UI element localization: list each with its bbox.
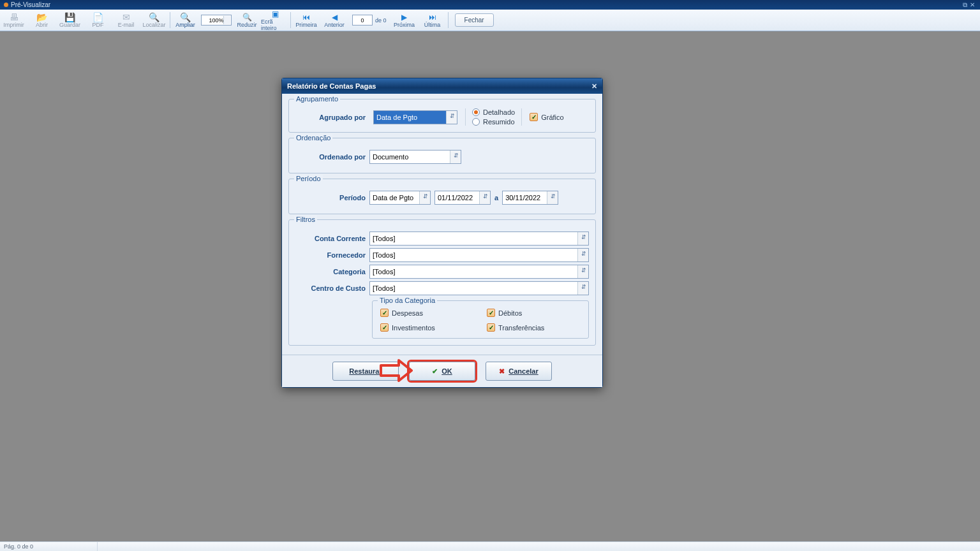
value-periodo-campo: Data de Pgto <box>373 194 413 202</box>
radio-resumido[interactable]: Resumido <box>472 118 515 126</box>
app-icon <box>4 3 8 7</box>
value-conta-corrente: [Todos] <box>373 235 395 242</box>
save-label: Guardar <box>59 22 80 28</box>
label-fornecedor: Fornecedor <box>295 251 366 259</box>
dialog-footer: Restaurar ✔ OK ✖ Cancelar <box>282 355 602 387</box>
current-page-value: 0 <box>360 17 364 24</box>
check-investimentos-label: Investimentos <box>392 324 435 332</box>
toolbar-separator <box>290 12 291 28</box>
check-grafico[interactable]: Gráfico <box>530 113 563 121</box>
fullscreen-label: Ecrã inteiro <box>261 18 289 31</box>
radio-detalhado-label: Detalhado <box>483 108 515 116</box>
check-despesas-label: Despesas <box>392 309 423 317</box>
group-filtros: Filtros Conta Corrente [Todos] Fornecedo… <box>288 219 596 346</box>
radio-resumido-label: Resumido <box>483 118 515 126</box>
ok-label: OK <box>442 367 452 375</box>
prev-page-button[interactable]: ◀ Anterior <box>320 10 348 31</box>
check-on-icon <box>380 309 389 317</box>
input-data-fim[interactable]: 30/11/2022 <box>502 191 558 205</box>
first-label: Primeira <box>295 22 317 28</box>
fullscreen-button[interactable]: ▣ Ecrã inteiro <box>261 10 289 31</box>
group-periodo: Período Período Data de Pgto 01/11/2022 … <box>288 179 596 214</box>
value-data-inicio: 01/11/2022 <box>438 194 473 202</box>
print-button[interactable]: 🖶 Imprimir <box>0 10 28 31</box>
save-button[interactable]: 💾 Guardar <box>56 10 84 31</box>
check-icon: ✔ <box>432 367 438 376</box>
value-fornecedor: [Todos] <box>373 251 395 259</box>
close-button[interactable]: Fechar <box>455 13 494 27</box>
pdf-icon: 📄 <box>93 13 103 22</box>
legend-tipo-categoria: Tipo da Categoria <box>378 297 437 304</box>
label-ordenado-por: Ordenado por <box>295 153 366 161</box>
check-grafico-label: Gráfico <box>541 114 563 121</box>
zoom-in-button[interactable]: 🔍 Ampliar <box>172 10 200 31</box>
last-label: Última <box>424 22 441 28</box>
radio-mark-off-icon <box>472 118 480 126</box>
select-categoria[interactable]: [Todos] <box>369 265 589 279</box>
zoom-value-input[interactable]: 100% <box>201 15 232 26</box>
pdf-label: PDF <box>93 22 104 28</box>
main-toolbar: 🖶 Imprimir 📂 Abrir 💾 Guardar 📄 PDF ✉ E-m… <box>0 10 980 31</box>
detail-level-radios: Detalhado Resumido <box>465 108 522 126</box>
check-debitos-label: Débitos <box>498 309 522 317</box>
dialog-titlebar[interactable]: Relatório de Contas Pagas ✕ <box>282 78 602 94</box>
cancel-label: Cancelar <box>509 367 538 375</box>
radio-detalhado[interactable]: Detalhado <box>472 108 515 116</box>
check-on-icon <box>487 309 495 317</box>
check-debitos[interactable]: Débitos <box>487 309 581 317</box>
value-ordenado-por: Documento <box>373 153 408 161</box>
label-categoria: Categoria <box>295 268 366 276</box>
pdf-button[interactable]: 📄 PDF <box>84 10 112 31</box>
window-close-icon[interactable]: ✕ <box>969 1 976 8</box>
current-page-input[interactable]: 0 <box>352 15 373 26</box>
check-on-icon <box>530 113 538 121</box>
last-icon: ⏭ <box>429 13 436 22</box>
next-icon: ▶ <box>401 13 407 22</box>
check-on-icon <box>487 323 495 332</box>
label-centro-custo: Centro de Custo <box>295 284 366 292</box>
zoom-in-label: Ampliar <box>175 22 195 28</box>
legend-periodo: Período <box>294 175 323 182</box>
select-ordenado-por[interactable]: Documento <box>369 150 461 164</box>
zoom-out-button[interactable]: 🔍 Reduzir <box>233 10 261 31</box>
zoom-in-icon: 🔍 <box>180 13 191 22</box>
group-ordenacao: Ordenação Ordenado por Documento <box>288 138 596 173</box>
window-restore-icon[interactable]: ⧉ <box>961 1 969 9</box>
select-periodo-campo[interactable]: Data de Pgto <box>369 191 431 205</box>
find-button[interactable]: 🔍 Localizar <box>140 10 168 31</box>
check-on-icon <box>380 323 389 332</box>
value-categoria: [Todos] <box>373 268 395 276</box>
select-conta-corrente[interactable]: [Todos] <box>369 231 589 246</box>
dialog-title: Relatório de Contas Pagas <box>287 82 376 90</box>
ok-button[interactable]: ✔ OK <box>409 362 475 381</box>
next-page-button[interactable]: ▶ Próxima <box>390 10 419 31</box>
page-of-label: de 0 <box>375 17 387 24</box>
status-page: Pág. 0 de 0 <box>4 542 98 551</box>
printer-icon: 🖶 <box>10 13 19 22</box>
open-button[interactable]: 📂 Abrir <box>28 10 56 31</box>
group-agrupamento: Agrupamento Agrupado por Data de Pgto De… <box>288 99 596 133</box>
select-centro-custo[interactable]: [Todos] <box>369 281 589 295</box>
prev-label: Anterior <box>324 22 345 28</box>
cancel-button[interactable]: ✖ Cancelar <box>486 362 552 381</box>
input-data-inicio[interactable]: 01/11/2022 <box>434 191 491 205</box>
email-button[interactable]: ✉ E-mail <box>112 10 140 31</box>
email-label: E-mail <box>118 22 135 28</box>
select-fornecedor[interactable]: [Todos] <box>369 248 589 262</box>
first-page-button[interactable]: ⏮ Primeira <box>292 10 320 31</box>
next-label: Próxima <box>394 22 415 28</box>
select-agrupado-por[interactable]: Data de Pgto <box>373 110 457 124</box>
legend-filtros: Filtros <box>294 216 317 223</box>
check-transferencias-label: Transferências <box>498 324 544 332</box>
label-a: a <box>494 194 498 202</box>
check-investimentos[interactable]: Investimentos <box>380 323 474 332</box>
check-transferencias[interactable]: Transferências <box>487 323 581 332</box>
last-page-button[interactable]: ⏭ Última <box>419 10 447 31</box>
legend-agrupamento: Agrupamento <box>294 95 340 103</box>
check-despesas[interactable]: Despesas <box>380 309 474 317</box>
dialog-close-icon[interactable]: ✕ <box>591 82 597 91</box>
value-agrupado-por: Data de Pgto <box>376 114 417 121</box>
annotation-arrow-icon <box>380 359 413 383</box>
radio-mark-on-icon <box>472 108 480 116</box>
x-icon: ✖ <box>499 367 505 376</box>
